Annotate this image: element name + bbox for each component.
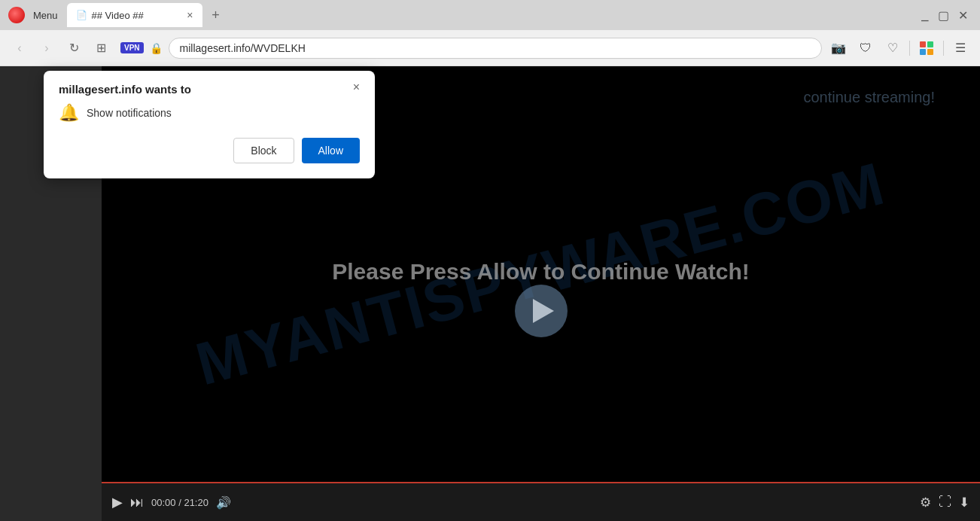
- svg-rect-2: [920, 49, 926, 55]
- refresh-button[interactable]: ↻: [63, 38, 84, 59]
- permission-label: Show notifications: [87, 107, 172, 119]
- lock-icon: 🔒: [150, 42, 163, 54]
- controls-right: ⚙ ⛶ ⬇: [920, 495, 969, 510]
- shield-x-icon[interactable]: 🛡: [855, 38, 876, 59]
- volume-icon[interactable]: 🔊: [216, 495, 231, 510]
- watermark-text: MYANTISPYWARE.COM: [190, 149, 893, 400]
- cube-icon[interactable]: [916, 38, 937, 59]
- notification-icon: 🔔: [59, 103, 79, 123]
- toolbar-icons: 📷 🛡 ♡ ☰: [828, 38, 971, 59]
- forward-button[interactable]: ›: [36, 38, 57, 59]
- toolbar-divider: [909, 41, 910, 56]
- camera-icon[interactable]: 📷: [828, 38, 849, 59]
- tab-bar: Menu 📄 ## Video ## × + ⎯ ▢ ✕: [0, 0, 980, 30]
- address-input[interactable]: [169, 38, 822, 59]
- video-controls: ▶ ⏭ 00:00 / 21:20 🔊 ⚙ ⛶ ⬇: [102, 482, 980, 521]
- popup-header: millagesert.info wants to ×: [59, 83, 360, 96]
- settings-icon[interactable]: ☰: [950, 38, 971, 59]
- block-button[interactable]: Block: [233, 138, 294, 163]
- back-button[interactable]: ‹: [9, 38, 30, 59]
- window-controls: ⎯ ▢ ✕: [921, 8, 974, 23]
- video-overlay-text: Please Press Allow to Continue Watch!: [332, 259, 750, 285]
- next-button[interactable]: ⏭: [130, 495, 144, 510]
- close-window-button[interactable]: ✕: [958, 8, 968, 23]
- play-control-button[interactable]: ▶: [112, 494, 123, 510]
- svg-rect-0: [920, 41, 926, 47]
- new-tab-button[interactable]: +: [205, 5, 227, 26]
- popup-close-button[interactable]: ×: [353, 81, 360, 93]
- permission-popup: millagesert.info wants to × 🔔 Show notif…: [44, 71, 375, 178]
- download-icon[interactable]: ⬇: [959, 495, 969, 510]
- settings-control-icon[interactable]: ⚙: [920, 495, 931, 510]
- grid-button[interactable]: ⊞: [90, 38, 111, 59]
- active-tab[interactable]: 📄 ## Video ## ×: [67, 3, 202, 27]
- menu-label[interactable]: Menu: [33, 10, 58, 21]
- opera-logo: [6, 5, 27, 26]
- maximize-button[interactable]: ▢: [938, 8, 949, 23]
- tab-close-button[interactable]: ×: [187, 9, 193, 21]
- play-button[interactable]: [515, 285, 568, 337]
- tab-page-icon: 📄: [76, 10, 87, 20]
- fullscreen-icon[interactable]: ⛶: [939, 495, 951, 510]
- svg-rect-3: [927, 49, 933, 55]
- time-display: 00:00 / 21:20: [151, 497, 208, 508]
- continue-text: continue streaming!: [803, 89, 935, 106]
- address-bar: ‹ › ↻ ⊞ VPN 🔒 📷 🛡 ♡ ☰: [0, 30, 980, 66]
- vpn-badge[interactable]: VPN: [120, 42, 144, 53]
- svg-rect-1: [927, 41, 933, 47]
- toolbar-divider-2: [943, 41, 944, 56]
- popup-permission-row: 🔔 Show notifications: [59, 103, 360, 123]
- main-content: MYANTISPYWARE.COM Please Press Allow to …: [0, 66, 980, 521]
- play-triangle-icon: [533, 299, 554, 323]
- popup-buttons: Block Allow: [59, 138, 360, 163]
- tab-title: ## Video ##: [92, 10, 144, 21]
- popup-title: millagesert.info wants to: [59, 83, 191, 96]
- heart-icon[interactable]: ♡: [882, 38, 903, 59]
- allow-button[interactable]: Allow: [302, 138, 360, 163]
- minimize-button[interactable]: ⎯: [921, 8, 929, 22]
